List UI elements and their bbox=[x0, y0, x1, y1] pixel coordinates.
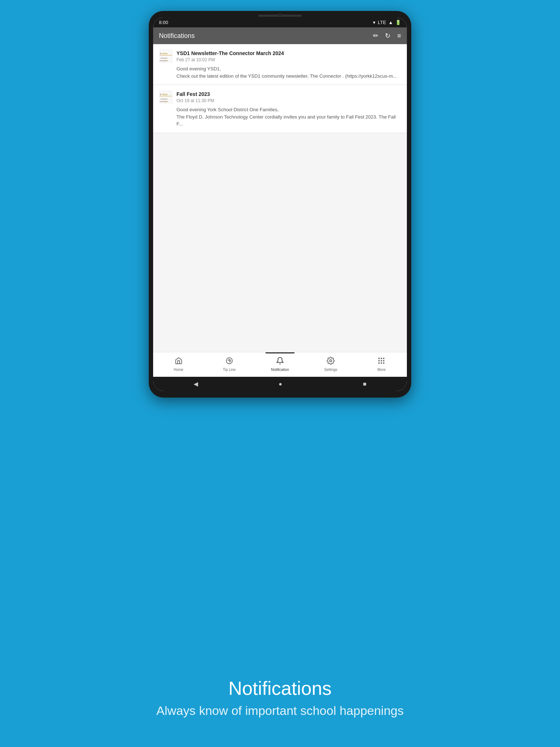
nav-notification[interactable]: Notification bbox=[254, 355, 305, 373]
svg-rect-23 bbox=[378, 363, 380, 364]
svg-rect-10 bbox=[160, 96, 172, 96]
notification-meta-1: YSD1 Newsletter-The Connector March 2024… bbox=[176, 50, 401, 62]
notification-item-2[interactable]: Y ΘRK SCHOOL DISTRICT ONE Fall Fest 2023… bbox=[153, 85, 407, 133]
app-header: Notifications ✏ ↻ ≡ bbox=[153, 27, 407, 44]
svg-point-16 bbox=[330, 360, 332, 362]
notification-header-1: Y ΘRK SCHOOL DISTRICT ONE YSD1 Newslette… bbox=[159, 49, 401, 63]
svg-text:Y: Y bbox=[160, 52, 162, 55]
android-nav-bar: ◀ ● ■ bbox=[153, 377, 407, 391]
svg-point-15 bbox=[229, 360, 230, 361]
bottom-nav: Home Tip Line bbox=[153, 352, 407, 377]
status-time: 8:00 bbox=[159, 20, 168, 25]
nav-more[interactable]: More bbox=[356, 355, 407, 373]
svg-text:ΘRK: ΘRK bbox=[162, 93, 168, 96]
nav-tipline[interactable]: Tip Line bbox=[204, 355, 254, 373]
svg-text:ΘRK: ΘRK bbox=[162, 52, 168, 55]
filter-icon[interactable]: ≡ bbox=[397, 32, 401, 40]
svg-rect-22 bbox=[383, 360, 385, 361]
tipline-icon bbox=[225, 357, 233, 367]
promo-title: Notifications bbox=[134, 677, 426, 699]
back-button[interactable]: ◀ bbox=[194, 380, 198, 387]
lte-label: LTE bbox=[378, 20, 386, 25]
notification-body-line2-2: The Floyd D. Johnson Technology Center c… bbox=[176, 113, 401, 128]
nav-more-label: More bbox=[377, 368, 386, 372]
recent-button[interactable]: ■ bbox=[363, 381, 367, 387]
svg-rect-3 bbox=[160, 55, 172, 55]
svg-rect-25 bbox=[383, 363, 385, 364]
more-icon bbox=[377, 357, 385, 367]
notification-body-line1-1: Good evening YSD1, bbox=[176, 65, 401, 73]
notification-body-line2-1: Check out the latest edition of the YSD1… bbox=[176, 73, 401, 80]
svg-text:Y: Y bbox=[160, 93, 162, 96]
svg-text:ONE: ONE bbox=[164, 60, 168, 62]
notification-meta-2: Fall Fest 2023 Oct 19 at 11:30 PM bbox=[176, 91, 401, 103]
nav-settings[interactable]: Settings bbox=[306, 355, 356, 373]
tablet-shell: 8:00 ▾ LTE ▲ 🔋 Notifications ✏ ↻ ≡ bbox=[149, 11, 411, 398]
bottom-promo-section: Notifications Always know of important s… bbox=[134, 677, 426, 718]
settings-icon bbox=[327, 357, 335, 367]
notification-body-2: Good evening York School District One Fa… bbox=[159, 106, 401, 128]
tablet-screen: 8:00 ▾ LTE ▲ 🔋 Notifications ✏ ↻ ≡ bbox=[153, 18, 407, 391]
svg-rect-21 bbox=[381, 360, 382, 361]
wifi-icon: ▾ bbox=[373, 20, 376, 25]
status-bar: 8:00 ▾ LTE ▲ 🔋 bbox=[153, 18, 407, 27]
notification-time-1: Feb 27 at 10:02 PM bbox=[176, 57, 401, 62]
nav-settings-label: Settings bbox=[324, 368, 337, 372]
battery-icon: 🔋 bbox=[395, 20, 401, 25]
school-logo-1: Y ΘRK SCHOOL DISTRICT ONE bbox=[159, 49, 173, 63]
refresh-icon[interactable]: ↻ bbox=[385, 32, 390, 40]
home-button[interactable]: ● bbox=[279, 381, 282, 387]
nav-notification-label: Notification bbox=[271, 368, 289, 372]
page-title: Notifications bbox=[159, 32, 195, 40]
svg-text:SCHOOL: SCHOOL bbox=[160, 57, 168, 59]
notification-icon bbox=[276, 357, 284, 367]
svg-rect-18 bbox=[381, 358, 382, 359]
notifications-list: Y ΘRK SCHOOL DISTRICT ONE YSD1 Newslette… bbox=[153, 44, 407, 352]
nav-active-indicator bbox=[265, 352, 295, 353]
svg-text:SCHOOL: SCHOOL bbox=[160, 98, 168, 100]
status-bar-right: ▾ LTE ▲ 🔋 bbox=[373, 20, 401, 25]
notification-header-2: Y ΘRK SCHOOL DISTRICT ONE Fall Fest 2023… bbox=[159, 90, 401, 104]
nav-home[interactable]: Home bbox=[153, 355, 204, 373]
notification-body-1: Good evening YSD1, Check out the latest … bbox=[159, 65, 401, 80]
svg-rect-24 bbox=[381, 363, 382, 364]
nav-tipline-label: Tip Line bbox=[223, 368, 236, 372]
header-actions: ✏ ↻ ≡ bbox=[373, 32, 401, 40]
nav-home-label: Home bbox=[174, 368, 183, 372]
notification-body-line1-2: Good evening York School District One Fa… bbox=[176, 106, 401, 113]
svg-text:ONE: ONE bbox=[164, 101, 168, 102]
home-icon bbox=[175, 357, 183, 367]
school-logo-2: Y ΘRK SCHOOL DISTRICT ONE bbox=[159, 90, 173, 104]
pencil-icon[interactable]: ✏ bbox=[373, 32, 378, 40]
promo-subtitle: Always know of important school happenin… bbox=[134, 704, 426, 718]
signal-icon: ▲ bbox=[388, 20, 393, 25]
svg-rect-19 bbox=[383, 358, 385, 359]
notification-time-2: Oct 19 at 11:30 PM bbox=[176, 98, 401, 103]
notification-title-1: YSD1 Newsletter-The Connector March 2024 bbox=[176, 50, 401, 57]
notification-title-2: Fall Fest 2023 bbox=[176, 91, 401, 97]
notification-item-1[interactable]: Y ΘRK SCHOOL DISTRICT ONE YSD1 Newslette… bbox=[153, 44, 407, 85]
svg-rect-17 bbox=[378, 358, 380, 359]
tablet-camera-dot bbox=[279, 13, 281, 16]
svg-rect-20 bbox=[378, 360, 380, 361]
